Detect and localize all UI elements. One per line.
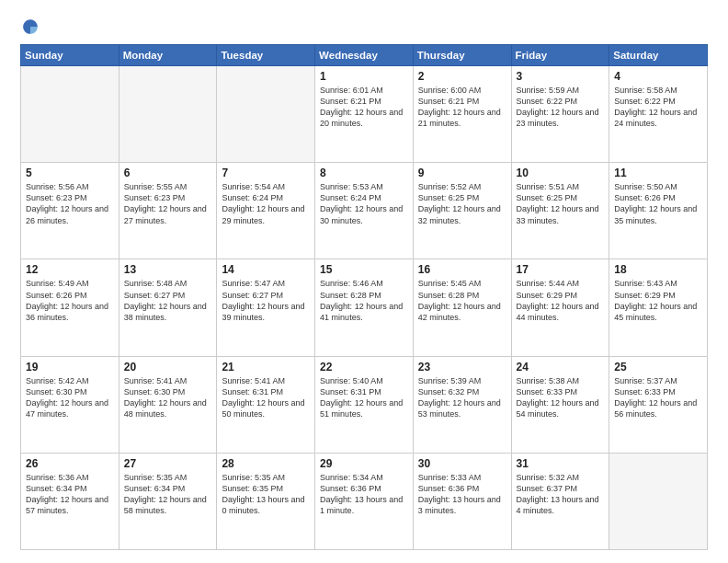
page: SundayMondayTuesdayWednesdayThursdayFrid…: [0, 0, 728, 563]
day-cell-8: 8Sunrise: 5:53 AMSunset: 6:24 PMDaylight…: [315, 163, 414, 259]
day-cell-15: 15Sunrise: 5:46 AMSunset: 6:28 PMDayligh…: [315, 259, 414, 356]
day-cell-21: 21Sunrise: 5:41 AMSunset: 6:31 PMDayligh…: [217, 356, 315, 453]
empty-cell: [119, 66, 217, 163]
day-cell-11: 11Sunrise: 5:50 AMSunset: 6:26 PMDayligh…: [609, 163, 708, 259]
day-info: Sunrise: 5:53 AMSunset: 6:24 PMDaylight:…: [320, 181, 408, 226]
day-cell-4: 4Sunrise: 5:58 AMSunset: 6:22 PMDaylight…: [609, 66, 708, 163]
day-number: 21: [222, 361, 310, 373]
day-cell-29: 29Sunrise: 5:34 AMSunset: 6:36 PMDayligh…: [315, 453, 414, 549]
day-number: 25: [614, 361, 702, 373]
weekday-header-monday: Monday: [119, 45, 217, 66]
day-number: 2: [418, 70, 506, 83]
logo: [20, 17, 44, 37]
day-cell-23: 23Sunrise: 5:39 AMSunset: 6:32 PMDayligh…: [413, 356, 511, 453]
day-cell-9: 9Sunrise: 5:52 AMSunset: 6:25 PMDaylight…: [413, 163, 511, 259]
day-info: Sunrise: 5:45 AMSunset: 6:28 PMDaylight:…: [418, 278, 506, 323]
day-cell-19: 19Sunrise: 5:42 AMSunset: 6:30 PMDayligh…: [21, 356, 119, 453]
week-row-3: 12Sunrise: 5:49 AMSunset: 6:26 PMDayligh…: [21, 259, 708, 356]
day-info: Sunrise: 5:47 AMSunset: 6:27 PMDaylight:…: [222, 278, 310, 323]
day-cell-1: 1Sunrise: 6:01 AMSunset: 6:21 PMDaylight…: [315, 66, 414, 163]
day-number: 18: [614, 263, 702, 276]
day-number: 8: [320, 167, 408, 179]
day-info: Sunrise: 5:41 AMSunset: 6:31 PMDaylight:…: [222, 375, 310, 420]
day-number: 11: [614, 167, 702, 179]
empty-cell: [21, 66, 119, 163]
day-info: Sunrise: 5:36 AMSunset: 6:34 PMDaylight:…: [26, 472, 114, 517]
day-info: Sunrise: 5:44 AMSunset: 6:29 PMDaylight:…: [517, 278, 605, 323]
day-number: 3: [517, 70, 605, 83]
day-cell-5: 5Sunrise: 5:56 AMSunset: 6:23 PMDaylight…: [21, 163, 119, 259]
day-info: Sunrise: 5:52 AMSunset: 6:25 PMDaylight:…: [418, 181, 506, 226]
weekday-header-row: SundayMondayTuesdayWednesdayThursdayFrid…: [21, 45, 708, 66]
day-number: 19: [26, 361, 114, 373]
day-info: Sunrise: 5:37 AMSunset: 6:33 PMDaylight:…: [614, 375, 702, 420]
day-cell-28: 28Sunrise: 5:35 AMSunset: 6:35 PMDayligh…: [217, 453, 315, 549]
day-info: Sunrise: 5:46 AMSunset: 6:28 PMDaylight:…: [320, 278, 408, 323]
day-cell-17: 17Sunrise: 5:44 AMSunset: 6:29 PMDayligh…: [511, 259, 609, 356]
day-cell-13: 13Sunrise: 5:48 AMSunset: 6:27 PMDayligh…: [119, 259, 217, 356]
day-number: 30: [418, 457, 506, 470]
day-number: 29: [320, 457, 408, 470]
day-number: 1: [320, 70, 408, 83]
day-info: Sunrise: 5:59 AMSunset: 6:22 PMDaylight:…: [517, 85, 605, 130]
weekday-header-friday: Friday: [511, 45, 609, 66]
day-info: Sunrise: 6:01 AMSunset: 6:21 PMDaylight:…: [320, 85, 408, 130]
day-number: 27: [124, 457, 212, 470]
day-info: Sunrise: 5:35 AMSunset: 6:34 PMDaylight:…: [124, 472, 212, 517]
weekday-header-thursday: Thursday: [413, 45, 511, 66]
day-number: 20: [124, 361, 212, 373]
week-row-4: 19Sunrise: 5:42 AMSunset: 6:30 PMDayligh…: [21, 356, 708, 453]
day-cell-26: 26Sunrise: 5:36 AMSunset: 6:34 PMDayligh…: [21, 453, 119, 549]
weekday-header-sunday: Sunday: [21, 45, 119, 66]
day-number: 7: [222, 167, 310, 179]
day-cell-30: 30Sunrise: 5:33 AMSunset: 6:36 PMDayligh…: [413, 453, 511, 549]
day-info: Sunrise: 5:49 AMSunset: 6:26 PMDaylight:…: [26, 278, 114, 323]
day-info: Sunrise: 6:00 AMSunset: 6:21 PMDaylight:…: [418, 85, 506, 130]
day-number: 6: [124, 167, 212, 179]
day-number: 22: [320, 361, 408, 373]
day-cell-22: 22Sunrise: 5:40 AMSunset: 6:31 PMDayligh…: [315, 356, 414, 453]
header: [20, 17, 708, 37]
day-cell-31: 31Sunrise: 5:32 AMSunset: 6:37 PMDayligh…: [511, 453, 609, 549]
day-number: 24: [517, 361, 605, 373]
day-cell-2: 2Sunrise: 6:00 AMSunset: 6:21 PMDaylight…: [413, 66, 511, 163]
day-cell-18: 18Sunrise: 5:43 AMSunset: 6:29 PMDayligh…: [609, 259, 708, 356]
weekday-header-wednesday: Wednesday: [315, 45, 414, 66]
day-info: Sunrise: 5:41 AMSunset: 6:30 PMDaylight:…: [124, 375, 212, 420]
day-cell-14: 14Sunrise: 5:47 AMSunset: 6:27 PMDayligh…: [217, 259, 315, 356]
day-number: 16: [418, 263, 506, 276]
weekday-header-tuesday: Tuesday: [217, 45, 315, 66]
day-number: 10: [517, 167, 605, 179]
day-number: 31: [517, 457, 605, 470]
day-cell-7: 7Sunrise: 5:54 AMSunset: 6:24 PMDaylight…: [217, 163, 315, 259]
week-row-1: 1Sunrise: 6:01 AMSunset: 6:21 PMDaylight…: [21, 66, 708, 163]
day-info: Sunrise: 5:56 AMSunset: 6:23 PMDaylight:…: [26, 181, 114, 226]
day-cell-24: 24Sunrise: 5:38 AMSunset: 6:33 PMDayligh…: [511, 356, 609, 453]
day-number: 17: [517, 263, 605, 276]
day-info: Sunrise: 5:54 AMSunset: 6:24 PMDaylight:…: [222, 181, 310, 226]
day-info: Sunrise: 5:50 AMSunset: 6:26 PMDaylight:…: [614, 181, 702, 226]
logo-icon: [20, 17, 40, 37]
week-row-2: 5Sunrise: 5:56 AMSunset: 6:23 PMDaylight…: [21, 163, 708, 259]
day-info: Sunrise: 5:51 AMSunset: 6:25 PMDaylight:…: [517, 181, 605, 226]
day-cell-25: 25Sunrise: 5:37 AMSunset: 6:33 PMDayligh…: [609, 356, 708, 453]
day-info: Sunrise: 5:58 AMSunset: 6:22 PMDaylight:…: [614, 85, 702, 130]
day-number: 12: [26, 263, 114, 276]
day-cell-3: 3Sunrise: 5:59 AMSunset: 6:22 PMDaylight…: [511, 66, 609, 163]
day-info: Sunrise: 5:48 AMSunset: 6:27 PMDaylight:…: [124, 278, 212, 323]
day-number: 4: [614, 70, 702, 83]
day-number: 14: [222, 263, 310, 276]
day-info: Sunrise: 5:33 AMSunset: 6:36 PMDaylight:…: [418, 472, 506, 517]
calendar-table: SundayMondayTuesdayWednesdayThursdayFrid…: [20, 44, 708, 550]
day-number: 15: [320, 263, 408, 276]
day-number: 23: [418, 361, 506, 373]
empty-cell: [609, 453, 708, 549]
day-cell-20: 20Sunrise: 5:41 AMSunset: 6:30 PMDayligh…: [119, 356, 217, 453]
day-info: Sunrise: 5:38 AMSunset: 6:33 PMDaylight:…: [517, 375, 605, 420]
day-info: Sunrise: 5:40 AMSunset: 6:31 PMDaylight:…: [320, 375, 408, 420]
weekday-header-saturday: Saturday: [609, 45, 708, 66]
day-info: Sunrise: 5:39 AMSunset: 6:32 PMDaylight:…: [418, 375, 506, 420]
day-cell-27: 27Sunrise: 5:35 AMSunset: 6:34 PMDayligh…: [119, 453, 217, 549]
day-cell-12: 12Sunrise: 5:49 AMSunset: 6:26 PMDayligh…: [21, 259, 119, 356]
day-number: 28: [222, 457, 310, 470]
